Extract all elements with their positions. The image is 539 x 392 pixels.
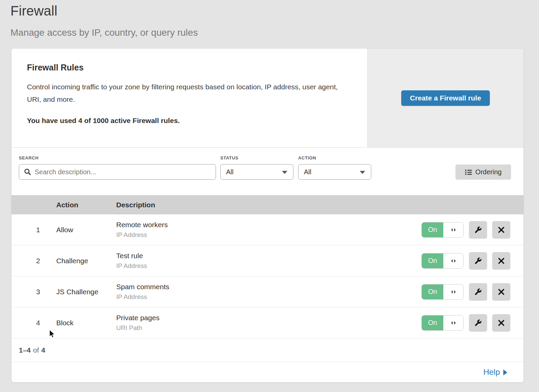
table-row: 3 JS Challenge Spam comments IP Address … [11, 276, 524, 307]
create-rule-panel: Create a Firewall rule [367, 49, 524, 147]
table-header: Action Description [11, 195, 524, 214]
rules-card-description: Control incoming traffic to your zone by… [27, 81, 347, 105]
close-icon [498, 320, 505, 326]
rule-enabled-toggle[interactable]: On [421, 284, 464, 300]
close-icon [498, 289, 505, 295]
pagination-range: 1–4 [19, 346, 31, 354]
chevron-down-icon [282, 171, 287, 174]
rule-priority: 1 [11, 226, 40, 234]
rule-enabled-toggle[interactable]: On [421, 253, 464, 269]
page-title: Firewall [10, 3, 539, 19]
action-selected-value: All [304, 168, 311, 176]
left-right-arrows-icon [443, 222, 463, 237]
rule-action: JS Challenge [56, 288, 116, 296]
edit-rule-button[interactable] [469, 283, 487, 301]
toggle-on-label: On [422, 284, 443, 299]
firewall-rules-card: Firewall Rules Control incoming traffic … [11, 48, 524, 383]
left-right-arrows-icon [443, 253, 463, 268]
search-filter-group: SEARCH [19, 155, 216, 195]
status-select[interactable]: All [220, 164, 293, 180]
left-right-arrows-icon [443, 284, 463, 299]
rules-intro-text: Firewall Rules Control incoming traffic … [11, 49, 367, 147]
close-icon [498, 258, 505, 264]
rule-action: Challenge [56, 257, 116, 265]
rules-card-title: Firewall Rules [27, 63, 354, 72]
rule-match-type: IP Address [116, 293, 421, 301]
pagination: 1–4 of 4 [11, 338, 524, 362]
toggle-on-label: On [422, 222, 443, 237]
search-box[interactable] [19, 164, 216, 180]
status-selected-value: All [226, 168, 233, 176]
rule-match-type: URI Path [116, 324, 421, 332]
filter-bar: SEARCH STATUS All ACTION All [11, 148, 524, 195]
table-row: 4 Block Private pages URI Path On [11, 307, 524, 338]
rule-priority: 3 [11, 288, 40, 296]
delete-rule-button[interactable] [492, 314, 510, 332]
wrench-icon [474, 288, 482, 296]
delete-rule-button[interactable] [492, 221, 510, 239]
rule-description: Remote workers [116, 221, 421, 229]
rule-match-type: IP Address [116, 262, 421, 270]
rules-intro-section: Firewall Rules Control incoming traffic … [11, 49, 524, 148]
rule-description-cell: Private pages URI Path [116, 314, 421, 332]
rules-usage-text: You have used 4 of 1000 active Firewall … [27, 117, 354, 125]
rule-action: Block [56, 319, 116, 327]
rule-description: Private pages [116, 314, 421, 322]
table-row: 1 Allow Remote workers IP Address On [11, 214, 524, 245]
wrench-icon [474, 319, 482, 327]
delete-rule-button[interactable] [492, 283, 510, 301]
rule-priority: 2 [11, 257, 40, 265]
wrench-icon [474, 226, 482, 234]
left-right-arrows-icon [443, 315, 463, 330]
chevron-down-icon [360, 171, 365, 174]
rule-match-type: IP Address [116, 231, 421, 239]
page-subtitle: Manage access by IP, country, or query r… [10, 27, 539, 38]
rule-description: Test rule [116, 252, 421, 260]
pagination-of: of [33, 346, 39, 354]
table-row: 2 Challenge Test rule IP Address On [11, 245, 524, 276]
page-header: Firewall Manage access by IP, country, o… [0, 0, 539, 38]
ordering-button-label: Ordering [475, 168, 502, 176]
rule-controls: On [421, 221, 524, 239]
action-filter-group: ACTION All [298, 155, 371, 195]
rule-controls: On [421, 283, 524, 301]
toggle-on-label: On [422, 253, 443, 268]
action-label: ACTION [298, 155, 371, 160]
help-row: Help [11, 362, 524, 382]
toggle-on-label: On [422, 315, 443, 330]
edit-rule-button[interactable] [469, 221, 487, 239]
close-icon [498, 227, 505, 233]
rule-enabled-toggle[interactable]: On [421, 315, 464, 331]
rule-controls: On [421, 314, 524, 332]
rule-description-cell: Remote workers IP Address [116, 221, 421, 239]
delete-rule-button[interactable] [492, 252, 510, 270]
ordering-list-icon [465, 169, 472, 176]
rule-description-cell: Test rule IP Address [116, 252, 421, 270]
create-firewall-rule-button[interactable]: Create a Firewall rule [401, 90, 490, 106]
edit-rule-button[interactable] [469, 252, 487, 270]
arrow-right-icon [503, 369, 507, 375]
rule-action: Allow [56, 226, 116, 234]
help-link[interactable]: Help [483, 367, 507, 377]
rule-enabled-toggle[interactable]: On [421, 222, 464, 238]
pagination-total: 4 [41, 346, 45, 354]
help-link-label: Help [483, 367, 500, 377]
rule-description: Spam comments [116, 283, 421, 291]
rule-description-cell: Spam comments IP Address [116, 283, 421, 301]
rule-priority: 4 [11, 319, 40, 327]
status-label: STATUS [220, 155, 293, 160]
ordering-button[interactable]: Ordering [455, 164, 511, 180]
rule-controls: On [421, 252, 524, 270]
status-filter-group: STATUS All [220, 155, 293, 195]
search-icon [24, 168, 31, 176]
search-label: SEARCH [19, 155, 216, 160]
search-input[interactable] [35, 168, 211, 176]
wrench-icon [474, 257, 482, 265]
column-description: Description [116, 201, 524, 209]
edit-rule-button[interactable] [469, 314, 487, 332]
action-select[interactable]: All [298, 164, 371, 180]
column-action: Action [56, 201, 116, 209]
